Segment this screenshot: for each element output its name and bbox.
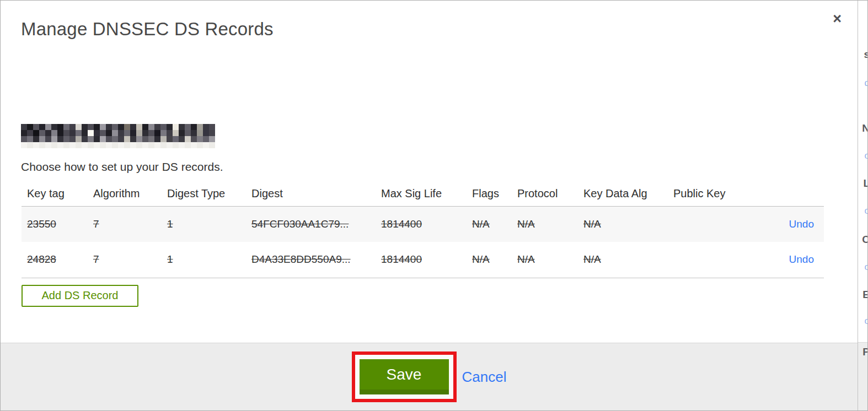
- record-cell: 24828: [22, 242, 88, 278]
- cancel-link[interactable]: Cancel: [462, 369, 507, 386]
- ds-record-row: 235507154FCF030AA1C79...1814400N/AN/AN/A…: [22, 206, 824, 242]
- instructions-text: Choose how to set up your DS records.: [21, 159, 858, 174]
- column-header: Algorithm: [88, 183, 162, 206]
- background-text-fragment: N: [862, 123, 867, 133]
- background-text-fragment: o: [865, 206, 867, 215]
- column-header: Max Sig Life: [376, 183, 467, 206]
- save-button-highlight-annotation: Save: [352, 351, 457, 402]
- background-page-sliver: sdNoLoCoEoPl: [858, 1, 867, 410]
- ds-record-row: 2482871D4A33E8DD550A9...1814400N/AN/AN/A…: [22, 242, 824, 278]
- mosaic-row: [21, 136, 215, 142]
- background-text-fragment: o: [865, 151, 867, 160]
- modal-title: Manage DNSSEC DS Records: [21, 17, 858, 41]
- close-icon[interactable]: ×: [833, 12, 842, 26]
- undo-link[interactable]: Undo: [789, 253, 814, 265]
- background-text-fragment: d: [865, 78, 867, 88]
- background-text-fragment: E: [862, 289, 867, 300]
- record-cell: N/A: [512, 206, 578, 242]
- modal-content: Manage DNSSEC DS Records × Choose how to…: [1, 1, 858, 343]
- record-cell: N/A: [578, 242, 668, 278]
- record-cell: 1: [162, 206, 246, 242]
- column-header: Key tag: [22, 183, 88, 206]
- table-body: 235507154FCF030AA1C79...1814400N/AN/AN/A…: [22, 206, 824, 278]
- mosaic-row: [21, 124, 215, 130]
- save-button[interactable]: Save: [360, 359, 449, 394]
- column-header: Public Key: [668, 183, 749, 206]
- background-text-fragment: L: [863, 178, 867, 188]
- record-cell: 7: [88, 206, 162, 242]
- record-cell: [668, 242, 749, 278]
- record-cell: 1814400: [376, 242, 467, 278]
- column-header: Flags: [467, 183, 512, 206]
- table-header-row: Key tagAlgorithmDigest TypeDigestMax Sig…: [22, 183, 824, 206]
- screenshot-window: Manage DNSSEC DS Records × Choose how to…: [0, 0, 868, 411]
- mosaic-row: [21, 142, 215, 148]
- record-cell: [668, 206, 749, 242]
- column-header: Digest Type: [162, 183, 246, 206]
- background-text-fragment: o: [865, 316, 867, 326]
- record-action-cell: Undo: [749, 242, 824, 278]
- record-cell: N/A: [467, 242, 512, 278]
- column-header: Key Data Alg: [578, 183, 668, 206]
- mosaic-row: [21, 130, 215, 136]
- record-cell: D4A33E8DD550A9...: [246, 242, 376, 278]
- record-cell: N/A: [467, 206, 512, 242]
- column-header: Protocol: [512, 183, 578, 206]
- record-cell: 1: [162, 242, 246, 278]
- column-header: Digest: [246, 183, 376, 206]
- background-text-fragment: C: [862, 234, 867, 245]
- undo-link[interactable]: Undo: [789, 218, 814, 230]
- background-text-fragment: P: [862, 347, 867, 357]
- add-ds-record-button[interactable]: Add DS Record: [22, 285, 138, 307]
- background-text-fragment: o: [865, 262, 867, 272]
- ds-records-table: Key tagAlgorithmDigest TypeDigestMax Sig…: [22, 183, 824, 278]
- record-cell: N/A: [512, 242, 578, 278]
- modal-footer: Save Cancel: [1, 343, 858, 410]
- record-action-cell: Undo: [749, 206, 824, 242]
- manage-dnssec-modal: Manage DNSSEC DS Records × Choose how to…: [1, 1, 858, 410]
- record-cell: 7: [88, 242, 162, 278]
- record-cell: N/A: [578, 206, 668, 242]
- record-cell: 1814400: [376, 206, 467, 242]
- record-cell: 54FCF030AA1C79...: [246, 206, 376, 242]
- background-text-fragment: s: [864, 49, 867, 60]
- record-cell: 23550: [22, 206, 88, 242]
- redacted-domain-name: [21, 124, 215, 148]
